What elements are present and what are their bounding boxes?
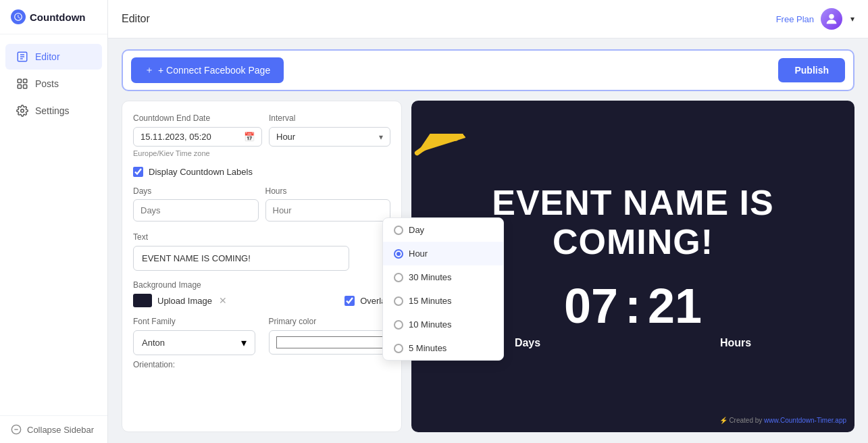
content-area: ＋ + Connect Facebook Page Publish Countd… bbox=[108, 38, 868, 443]
overlay-checkbox[interactable] bbox=[344, 296, 355, 306]
svg-rect-2 bbox=[24, 79, 27, 82]
bg-image-section: Background Image Upload Image ✕ Overlay bbox=[133, 280, 390, 307]
preview-hours-number: 21 bbox=[648, 282, 702, 330]
collapse-sidebar[interactable]: Collapse Sidebar bbox=[0, 415, 107, 443]
font-column: Font Family Anton ▾ bbox=[133, 317, 255, 355]
publish-button[interactable]: Publish bbox=[778, 58, 845, 82]
plus-icon: ＋ bbox=[145, 64, 154, 76]
logo-icon bbox=[11, 9, 26, 24]
dropdown-item-hour[interactable]: Hour bbox=[383, 242, 503, 265]
preview-hours-label: Hours bbox=[720, 337, 751, 349]
preview-watermark: ⚡ Created by www.Countdown-Timer.app bbox=[719, 417, 846, 424]
orientation-row: Orientation: bbox=[133, 358, 390, 370]
interval-label: Interval bbox=[269, 113, 390, 123]
edit-icon bbox=[16, 51, 28, 63]
collapse-icon bbox=[11, 424, 22, 435]
color-input-wrap[interactable] bbox=[269, 330, 391, 355]
gear-icon bbox=[16, 105, 28, 117]
logo: Countdown bbox=[0, 0, 107, 34]
dropdown-item-30min[interactable]: 30 Minutes bbox=[383, 265, 503, 289]
primary-color-label: Primary color bbox=[269, 317, 391, 326]
sidebar-item-settings-label: Settings bbox=[35, 105, 70, 116]
option-hour: Hour bbox=[409, 249, 428, 259]
header-right: Free Plan ▾ bbox=[776, 8, 854, 30]
radio-30min bbox=[394, 273, 403, 282]
date-value: 15.11.2023, 05:20 bbox=[141, 132, 211, 142]
dropdown-item-day[interactable]: Day bbox=[383, 218, 503, 242]
preview-colon: : bbox=[625, 282, 641, 330]
dropdown-item-5min[interactable]: 5 Minutes bbox=[383, 336, 503, 360]
display-labels-label: Display Countdown Labels bbox=[149, 167, 253, 177]
font-chevron: ▾ bbox=[241, 336, 247, 349]
days-label: Days bbox=[133, 186, 259, 196]
remove-icon[interactable]: ✕ bbox=[219, 295, 227, 306]
svg-rect-3 bbox=[18, 85, 21, 88]
upload-label[interactable]: Upload Image bbox=[157, 296, 212, 306]
collapse-label: Collapse Sidebar bbox=[27, 425, 94, 435]
option-5min: 5 Minutes bbox=[409, 343, 446, 353]
grid-icon bbox=[16, 78, 28, 90]
orientation-label: Orientation: bbox=[133, 360, 175, 369]
display-labels-checkbox[interactable] bbox=[133, 167, 143, 177]
text-section: Text bbox=[133, 232, 390, 271]
interval-value: Hour bbox=[276, 132, 295, 142]
date-column: Countdown End Date 15.11.2023, 05:20 📅 E… bbox=[133, 113, 262, 157]
connect-facebook-button[interactable]: ＋ + Connect Facebook Page bbox=[131, 57, 284, 83]
svg-rect-1 bbox=[18, 79, 21, 82]
watermark-link[interactable]: www.Countdown-Timer.app bbox=[764, 417, 846, 424]
option-day: Day bbox=[409, 225, 424, 235]
radio-5min bbox=[394, 344, 403, 353]
page-title: Editor bbox=[122, 13, 150, 25]
interval-column: Interval Hour ▾ bbox=[269, 113, 390, 147]
interval-dropdown: Day Hour 30 Minutes 15 Minutes bbox=[382, 217, 504, 361]
top-header: Editor Free Plan ▾ bbox=[108, 0, 868, 38]
svg-point-7 bbox=[829, 14, 834, 19]
bg-left: Upload Image ✕ bbox=[133, 294, 227, 307]
radio-15min bbox=[394, 296, 403, 306]
radio-hour bbox=[394, 249, 403, 259]
interval-select[interactable]: Hour ▾ bbox=[269, 127, 390, 147]
sidebar-item-settings[interactable]: Settings bbox=[5, 98, 102, 124]
app-name: Countdown bbox=[30, 11, 85, 23]
hours-input[interactable] bbox=[265, 199, 391, 222]
svg-rect-4 bbox=[24, 85, 27, 88]
option-30min: 30 Minutes bbox=[409, 272, 452, 282]
sidebar-item-posts-label: Posts bbox=[35, 78, 59, 89]
date-interval-row: Countdown End Date 15.11.2023, 05:20 📅 E… bbox=[133, 113, 390, 157]
font-value: Anton bbox=[142, 338, 165, 348]
color-swatch bbox=[133, 294, 152, 307]
font-label: Font Family bbox=[133, 317, 255, 326]
sidebar-item-editor-label: Editor bbox=[35, 51, 60, 62]
date-input-wrap[interactable]: 15.11.2023, 05:20 📅 bbox=[133, 127, 262, 147]
bg-label: Background Image bbox=[133, 280, 390, 290]
avatar bbox=[821, 8, 842, 30]
hours-label: Hours bbox=[265, 186, 391, 196]
connect-bar: ＋ + Connect Facebook Page Publish bbox=[122, 49, 854, 91]
bg-row: Upload Image ✕ Overlay bbox=[133, 294, 390, 307]
plan-badge: Free Plan bbox=[776, 14, 814, 24]
time-inputs-row: Days Hours bbox=[133, 186, 390, 222]
sidebar-nav: Editor Posts Settings bbox=[0, 34, 107, 415]
sidebar-item-editor[interactable]: Editor bbox=[5, 44, 102, 70]
radio-day bbox=[394, 226, 403, 235]
timezone-text: Europe/Kiev Time zone bbox=[133, 149, 262, 157]
text-input[interactable] bbox=[133, 246, 349, 271]
preview-days-number: 07 bbox=[564, 282, 618, 330]
dropdown-item-10min[interactable]: 10 Minutes bbox=[383, 313, 503, 336]
date-label: Countdown End Date bbox=[133, 113, 262, 123]
font-select[interactable]: Anton ▾ bbox=[133, 330, 255, 355]
editor-body: Countdown End Date 15.11.2023, 05:20 📅 E… bbox=[122, 101, 854, 432]
svg-point-5 bbox=[21, 109, 24, 113]
hours-column: Hours bbox=[265, 186, 391, 222]
primary-color-input[interactable] bbox=[275, 334, 385, 351]
chevron-down-icon[interactable]: ▾ bbox=[850, 14, 854, 24]
dropdown-item-15min[interactable]: 15 Minutes bbox=[383, 289, 503, 313]
preview-event-name: EVENT NAME IS COMING! bbox=[456, 184, 811, 261]
sidebar: Countdown Editor Posts Settings Collapse… bbox=[0, 0, 108, 443]
display-labels-row: Display Countdown Labels bbox=[133, 167, 390, 177]
days-input[interactable] bbox=[133, 199, 259, 222]
font-color-row: Font Family Anton ▾ Primary color bbox=[133, 317, 390, 355]
left-panel: Countdown End Date 15.11.2023, 05:20 📅 E… bbox=[122, 101, 402, 432]
interval-chevron: ▾ bbox=[379, 132, 383, 142]
sidebar-item-posts[interactable]: Posts bbox=[5, 71, 102, 97]
